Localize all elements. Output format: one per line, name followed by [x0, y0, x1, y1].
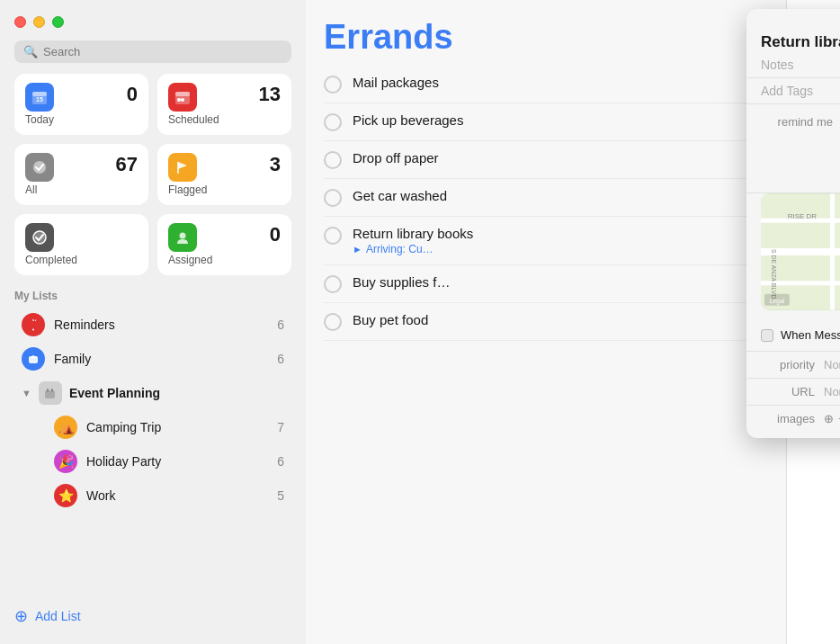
task-checkbox[interactable]: [324, 227, 342, 245]
camping-icon: ⛺: [54, 416, 77, 439]
sidebar-item-reminders[interactable]: Reminders 6: [7, 308, 299, 342]
smart-list-flagged[interactable]: 3 Flagged: [157, 144, 291, 205]
family-count: 6: [277, 352, 284, 366]
svg-text:Legal: Legal: [769, 298, 784, 305]
url-row: URL None: [746, 379, 840, 406]
svg-point-6: [181, 98, 184, 102]
minimize-button[interactable]: [33, 16, 45, 28]
today-count: 0: [127, 83, 138, 106]
svg-rect-17: [51, 389, 53, 392]
svg-point-11: [32, 329, 34, 331]
flagged-count: 3: [270, 153, 281, 176]
smart-list-today[interactable]: 15 0 Today: [14, 74, 148, 135]
notes-field[interactable]: Notes: [746, 52, 840, 78]
sidebar-item-camping-trip[interactable]: ⛺ Camping Trip 7: [7, 410, 299, 444]
search-input[interactable]: [43, 45, 282, 58]
camping-count: 7: [277, 420, 284, 434]
event-planning-label: Event Planning: [69, 386, 160, 400]
smart-lists-grid: 15 0 Today 13 Scheduled: [0, 74, 306, 286]
svg-line-13: [35, 320, 36, 322]
scheduled-icon: [168, 83, 197, 112]
task-checkbox[interactable]: [324, 113, 342, 131]
reminders-icon: [22, 313, 45, 336]
smart-list-all[interactable]: 67 All: [14, 144, 148, 205]
smart-list-scheduled[interactable]: 13 Scheduled: [157, 74, 291, 135]
priority-row: priority None: [746, 352, 840, 379]
traffic-lights: [0, 0, 306, 37]
sidebar-item-work[interactable]: ⭐ Work 5: [7, 479, 299, 513]
url-value: None: [824, 385, 840, 398]
svg-text:S DE ANZA BLVD: S DE ANZA BLVD: [771, 249, 777, 299]
reminders-count: 6: [277, 318, 284, 332]
completed-icon: [25, 223, 54, 252]
assigned-label: Assigned: [168, 254, 281, 266]
sidebar: 🔍 15 0 Today: [0, 0, 306, 644]
work-count: 5: [277, 488, 284, 503]
holiday-icon: 🎉: [54, 450, 77, 473]
family-icon: [22, 347, 45, 371]
popup-title: Return library books: [761, 33, 840, 51]
scheduled-count: 13: [259, 83, 281, 106]
add-image-icon: ⊕: [824, 412, 834, 425]
svg-point-5: [177, 98, 181, 102]
task-checkbox[interactable]: [324, 275, 342, 293]
holiday-count: 6: [277, 454, 284, 469]
sidebar-item-family[interactable]: Family 6: [7, 342, 299, 376]
assigned-icon: [168, 223, 197, 252]
url-label: URL: [761, 385, 815, 398]
all-label: All: [25, 183, 138, 196]
add-list-icon: ⊕: [14, 606, 28, 626]
my-lists-section-label: My Lists: [0, 286, 306, 308]
today-label: Today: [25, 113, 138, 126]
when-messaging-checkbox[interactable]: [761, 329, 773, 342]
smart-list-completed[interactable]: Completed: [14, 214, 148, 275]
when-messaging-label: When Messaging a Person: [781, 328, 840, 342]
sidebar-group-event-planning[interactable]: ▼ Event Planning: [7, 376, 299, 410]
svg-point-10: [180, 233, 186, 239]
images-label: images: [761, 412, 815, 425]
remind-me-section: remind me On a Day ✓ At a Location Cuper…: [746, 104, 840, 193]
when-messaging-row: When Messaging a Person: [746, 321, 840, 352]
sidebar-item-holiday-party[interactable]: 🎉 Holiday Party 6: [7, 444, 299, 479]
smart-list-assigned[interactable]: 0 Assigned: [157, 214, 291, 275]
map-view[interactable]: RISE DR RODRIGUES AVE ANEY AVE S DE ANZA…: [761, 193, 840, 310]
add-image-button[interactable]: ⊕ + Add Image…: [824, 412, 840, 425]
family-label: Family: [54, 352, 268, 366]
flagged-icon: [168, 153, 197, 182]
main-content: Errands Mail packages Pick up beverages …: [306, 0, 840, 644]
svg-rect-15: [45, 390, 55, 398]
task-checkbox[interactable]: [324, 313, 342, 331]
today-icon: 15: [25, 83, 54, 112]
reminder-detail-popup: Return library books ⚑ Notes Add Tags re…: [746, 9, 840, 438]
errands-title: Errands: [324, 18, 453, 57]
add-list-button[interactable]: ⊕ Add List: [0, 597, 95, 635]
svg-rect-4: [175, 92, 190, 96]
popup-header: Return library books ⚑: [746, 20, 840, 52]
popup-drag-handle: [746, 9, 840, 20]
images-row: images ⊕ + Add Image…: [746, 406, 840, 438]
search-icon: 🔍: [23, 45, 38, 58]
all-icon: [25, 153, 54, 182]
flagged-label: Flagged: [168, 183, 281, 196]
assigned-count: 0: [270, 223, 281, 246]
svg-text:15: 15: [36, 96, 43, 103]
task-checkbox[interactable]: [324, 151, 342, 169]
task-checkbox[interactable]: [324, 76, 342, 94]
add-list-label: Add List: [35, 609, 81, 623]
group-icon: [39, 381, 62, 405]
svg-rect-16: [47, 389, 49, 392]
camping-label: Camping Trip: [86, 420, 268, 434]
scheduled-label: Scheduled: [168, 113, 281, 126]
holiday-label: Holiday Party: [86, 454, 268, 469]
priority-value: None: [824, 358, 840, 371]
reminders-label: Reminders: [54, 318, 268, 332]
task-checkbox[interactable]: [324, 189, 342, 207]
all-count: 67: [116, 153, 138, 176]
maximize-button[interactable]: [52, 16, 64, 28]
search-bar[interactable]: 🔍: [14, 40, 291, 63]
work-icon: ⭐: [54, 484, 77, 507]
tags-field[interactable]: Add Tags: [746, 78, 840, 104]
remind-me-label: remind me: [761, 113, 833, 129]
work-label: Work: [86, 488, 268, 503]
close-button[interactable]: [14, 16, 26, 28]
